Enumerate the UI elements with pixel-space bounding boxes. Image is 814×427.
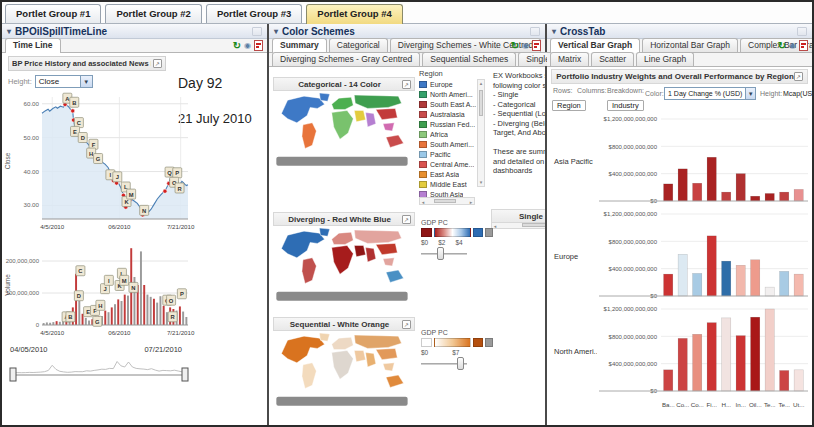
map-region-easia[interactable] [376, 108, 398, 119]
scroll-up-icon[interactable]: ▴ [478, 80, 484, 87]
industry-bar-ut[interactable] [794, 370, 803, 391]
volume-bar[interactable] [88, 321, 90, 325]
volume-bar[interactable] [140, 251, 142, 325]
scroll-right-icon[interactable]: ▸ [468, 198, 474, 206]
legend-horizontal-scrollbar[interactable]: ◂ ▸ [419, 197, 475, 205]
map-region-gl[interactable] [319, 333, 329, 341]
range-slider[interactable] [6, 355, 196, 387]
tab-summary[interactable]: Summary [272, 38, 327, 53]
tab-categorical[interactable]: Categorical [329, 38, 388, 52]
industry-bar-ut[interactable] [794, 274, 803, 296]
news-callout-M[interactable]: M [127, 189, 136, 199]
rows-chip[interactable]: Region [552, 100, 586, 111]
expand-icon[interactable]: ↗ [402, 215, 411, 224]
refresh-icon[interactable]: ↻ [233, 41, 241, 51]
map-region-au[interactable] [386, 135, 403, 147]
industry-bar-oil[interactable] [751, 260, 760, 296]
news-callout-J[interactable]: J [113, 172, 122, 182]
expand-icon[interactable]: ↗ [402, 320, 411, 329]
industry-bar-te[interactable] [780, 192, 789, 201]
volume-bar[interactable] [146, 295, 148, 325]
industry-bar-co[interactable] [678, 169, 687, 201]
tab-diverging-schemes-gray-centred[interactable]: Diverging Schemes - Gray Centred [272, 52, 420, 66]
volume-bar[interactable] [56, 321, 58, 325]
map-region-na[interactable] [281, 231, 324, 258]
map-region-ru[interactable] [354, 95, 401, 108]
news-callout-N[interactable]: N [140, 205, 149, 215]
industry-bar-ba[interactable] [664, 274, 673, 296]
news-callout-M[interactable]: M [120, 275, 129, 285]
legend-vertical-scrollbar[interactable]: ▴ ▾ [477, 79, 485, 187]
volume-bar[interactable] [166, 312, 168, 325]
map-region-ru[interactable] [354, 230, 401, 243]
volume-bar[interactable] [143, 285, 145, 325]
tab-sequential-schemes[interactable]: Sequential Schemes [422, 52, 516, 66]
refresh-icon[interactable]: ↻ [511, 41, 519, 51]
volume-bar[interactable] [121, 301, 123, 325]
volume-bar[interactable] [150, 297, 152, 325]
volume-bar[interactable] [108, 312, 110, 325]
map-region-sasia[interactable] [366, 113, 376, 127]
volume-bar[interactable] [159, 296, 161, 325]
industry-bar-te[interactable] [765, 287, 774, 296]
legend-item-pacific[interactable]: Pacific [419, 149, 476, 159]
industry-bar-te[interactable] [765, 309, 774, 391]
map-region-na[interactable] [281, 96, 324, 123]
industry-bar-in[interactable] [736, 265, 745, 296]
volume-bar[interactable] [124, 295, 126, 325]
map-region-gl[interactable] [319, 93, 329, 101]
color-select[interactable]: 1 Day Change % (USD) ▼ [664, 87, 756, 100]
industry-bar-te[interactable] [780, 371, 789, 392]
map-region-eu[interactable] [332, 232, 354, 244]
news-callout-P[interactable]: P [173, 168, 182, 178]
volume-bar[interactable] [153, 299, 155, 325]
industry-bar-ba[interactable] [664, 370, 673, 391]
industry-bar-h[interactable] [722, 192, 731, 201]
legend-item-europe[interactable]: Europe [419, 79, 476, 89]
map-region-easia[interactable] [376, 243, 398, 254]
refresh-icon[interactable]: ↻ [778, 41, 786, 51]
legend-item-east-asia[interactable]: East Asia [419, 169, 476, 179]
top-tab-portlet-group-3[interactable]: Portlet Group #3 [206, 4, 302, 23]
industry-bar-h[interactable] [722, 318, 731, 391]
legend-item-south-asia[interactable]: South Asia [419, 189, 476, 197]
map-region-ru[interactable] [354, 335, 401, 348]
volume-bar[interactable] [127, 296, 129, 325]
record-icon[interactable]: ◉ [522, 41, 529, 51]
news-callout-G[interactable]: G [93, 316, 102, 326]
map-region-me[interactable] [354, 110, 365, 121]
industry-bar-oil[interactable] [751, 196, 760, 201]
map-region-af[interactable] [332, 110, 354, 139]
industry-bar-ut[interactable] [794, 189, 803, 201]
map-region-sasia[interactable] [366, 248, 376, 262]
industry-bar-h[interactable] [722, 261, 731, 296]
map-region-sea[interactable] [383, 123, 394, 131]
top-tab-portlet-group-1[interactable]: Portlet Group #1 [5, 4, 101, 23]
top-tab-portlet-group-4[interactable]: Portlet Group #4 [306, 4, 402, 24]
legend-item-north-ameri[interactable]: North Ameri... [419, 89, 476, 99]
volume-bar[interactable] [117, 299, 119, 325]
news-callout-I[interactable]: I [104, 275, 113, 285]
collapse-icon[interactable]: ▾ [7, 27, 11, 36]
expand-icon[interactable]: ↗ [794, 72, 803, 81]
legend-item-russian-fed[interactable]: Russian Fed... [419, 119, 476, 129]
map-region-me[interactable] [354, 245, 365, 256]
industry-bar-co[interactable] [693, 273, 702, 296]
volume-bar[interactable] [156, 303, 158, 325]
panel-options-icon[interactable] [530, 27, 540, 36]
record-icon[interactable]: ◉ [244, 41, 251, 51]
industry-bar-co[interactable] [693, 183, 702, 201]
chevron-down-icon[interactable]: ▼ [745, 88, 755, 99]
industry-bar-te[interactable] [765, 193, 774, 201]
news-callout-R[interactable]: R [175, 183, 184, 193]
gdp-range-slider[interactable] [421, 247, 467, 261]
news-callout-C[interactable]: C [76, 266, 85, 276]
chevron-down-icon[interactable]: ▼ [80, 76, 92, 87]
volume-bar[interactable] [185, 317, 187, 325]
panel-color-schemes-header[interactable]: ▾ Color Schemes [269, 24, 545, 39]
news-callout-H[interactable]: H [96, 300, 105, 310]
industry-bar-in[interactable] [736, 336, 745, 391]
volume-bar[interactable] [114, 304, 116, 325]
legend-item-africa[interactable]: Africa [419, 129, 476, 139]
news-callout-R[interactable]: R [168, 312, 177, 322]
